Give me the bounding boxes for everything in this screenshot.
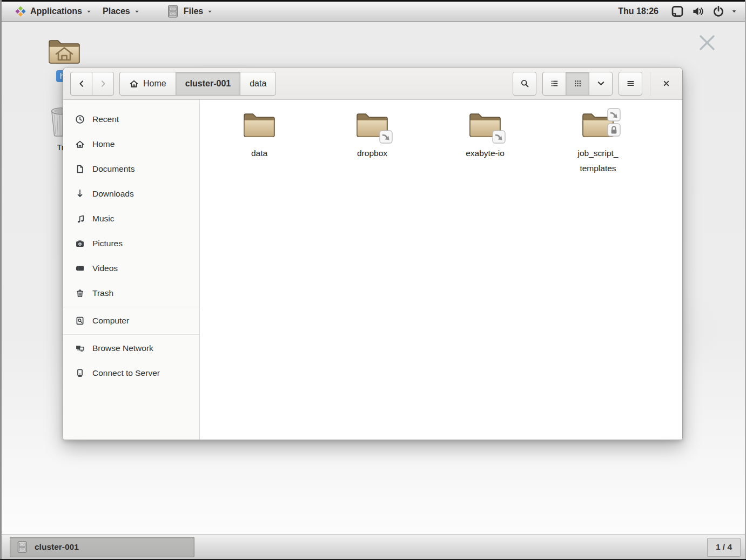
sidebar-item-label: Browse Network	[92, 343, 153, 353]
menu-label: Applications	[30, 6, 82, 16]
disk-icon	[75, 316, 85, 326]
screen-icon[interactable]	[671, 5, 684, 18]
window-toolbar: Home cluster-001 data	[63, 68, 682, 100]
taskbar: cluster-001 1 / 4	[2, 535, 745, 559]
file-label: exabyte-io	[431, 146, 539, 161]
sidebar-item-music[interactable]: Music	[63, 206, 199, 231]
search-button[interactable]	[513, 72, 536, 96]
breadcrumb-label: data	[250, 79, 266, 89]
sidebar-item-connect-to-server[interactable]: Connect to Server	[63, 361, 199, 386]
view-options-button[interactable]	[589, 72, 613, 96]
sidebar-separator	[63, 334, 199, 335]
sidebar-item-label: Recent	[92, 114, 119, 124]
back-icon	[77, 79, 86, 88]
caret-down-icon	[207, 9, 213, 15]
centos-logo-icon	[15, 5, 26, 17]
music-icon	[75, 214, 85, 224]
sidebar: Recent Home Documents Downloads Music Pi…	[63, 100, 200, 440]
folder-icon	[468, 111, 502, 141]
sidebar-item-downloads[interactable]: Downloads	[63, 181, 199, 206]
clock[interactable]: Thu 18:26	[609, 6, 667, 16]
file-tile-dropbox[interactable]: dropbox	[318, 111, 426, 161]
close-icon	[662, 79, 670, 87]
file-cabinet-icon	[166, 4, 180, 18]
sidebar-item-label: Computer	[92, 316, 129, 326]
menu-button[interactable]	[619, 72, 642, 96]
frame-edge	[0, 0, 2, 560]
clock-icon	[75, 114, 85, 124]
list-view-button[interactable]	[542, 72, 566, 96]
caret-down-icon	[134, 9, 140, 15]
sidebar-item-label: Home	[92, 139, 115, 149]
sidebar-item-videos[interactable]: Videos	[63, 256, 199, 281]
menu-files[interactable]: Files	[160, 2, 218, 21]
sidebar-item-documents[interactable]: Documents	[63, 157, 199, 181]
trash-icon	[75, 288, 85, 298]
link-emblem-icon	[607, 108, 621, 122]
forward-icon	[99, 79, 107, 88]
file-tile-exabyte-io[interactable]: exabyte-io	[431, 111, 539, 161]
network-icon	[75, 343, 85, 353]
sidebar-item-computer[interactable]: Computer	[63, 308, 199, 333]
folder-icon	[242, 111, 277, 141]
sidebar-item-browse-network[interactable]: Browse Network	[63, 336, 199, 361]
sidebar-item-trash[interactable]: Trash	[63, 281, 199, 306]
file-tile-data[interactable]: data	[205, 111, 313, 161]
sidebar-item-label: Pictures	[92, 239, 123, 248]
home-icon	[75, 139, 85, 149]
sidebar-item-label: Connect to Server	[92, 368, 160, 378]
breadcrumb-label: cluster-001	[185, 79, 231, 89]
grid-view-button[interactable]	[566, 72, 589, 96]
file-tile-job_script_templates[interactable]: job_script_ templates	[544, 111, 652, 176]
breadcrumb-home[interactable]: Home	[119, 72, 176, 96]
video-icon	[75, 264, 85, 273]
files-window: Home cluster-001 data	[63, 67, 683, 440]
view-toggle-group	[542, 72, 613, 96]
menu-label: Places	[103, 6, 130, 16]
screen: Applications Places Files Thu 18:26 h	[0, 0, 746, 560]
window-close-button[interactable]	[657, 72, 675, 96]
lock-emblem-icon	[607, 123, 621, 137]
taskbar-window-label: cluster-001	[35, 542, 79, 552]
taskbar-window-button[interactable]: cluster-001	[10, 537, 194, 557]
file-grid[interactable]: data dropbox exabyte-io job_script_ temp…	[200, 100, 682, 440]
caret-down-icon	[86, 9, 92, 15]
frame-edge	[0, 0, 746, 2]
chevron-down-icon	[596, 79, 606, 88]
forward-button[interactable]	[92, 72, 114, 96]
menu-applications[interactable]: Applications	[9, 2, 97, 21]
camera-icon	[75, 239, 85, 248]
grid-view-icon	[573, 79, 582, 88]
top-bar: Applications Places Files Thu 18:26	[2, 2, 745, 22]
home-icon	[129, 79, 139, 89]
breadcrumb-cluster-001[interactable]: cluster-001	[176, 72, 241, 96]
sidebar-item-label: Trash	[92, 288, 113, 298]
sidebar-item-label: Music	[92, 214, 114, 224]
search-icon	[520, 79, 529, 88]
sidebar-item-recent[interactable]: Recent	[63, 107, 199, 132]
breadcrumb-label: Home	[143, 79, 166, 89]
sidebar-item-label: Videos	[92, 264, 118, 273]
sidebar-item-label: Documents	[92, 164, 135, 174]
back-button[interactable]	[70, 72, 92, 96]
file-label: data	[205, 146, 313, 161]
menu-places[interactable]: Places	[97, 2, 145, 21]
caret-down-icon[interactable]	[731, 8, 737, 15]
menu-label: Files	[184, 6, 203, 16]
folder-icon	[581, 111, 615, 141]
workspace-indicator[interactable]: 1 / 4	[707, 538, 741, 557]
link-emblem-icon	[492, 130, 506, 144]
volume-icon[interactable]	[691, 5, 704, 18]
file-cabinet-icon	[16, 541, 29, 554]
breadcrumb-data[interactable]: data	[240, 72, 276, 96]
sidebar-separator	[63, 307, 199, 307]
breadcrumb: Home cluster-001 data	[119, 72, 276, 96]
file-label: job_script_ templates	[544, 146, 652, 176]
sidebar-item-home[interactable]: Home	[63, 132, 199, 157]
sidebar-item-pictures[interactable]: Pictures	[63, 231, 199, 256]
document-icon	[75, 164, 85, 174]
power-icon[interactable]	[712, 5, 725, 18]
file-label: dropbox	[318, 146, 426, 161]
background-close-icon[interactable]	[698, 33, 716, 52]
hamburger-icon	[626, 79, 635, 88]
